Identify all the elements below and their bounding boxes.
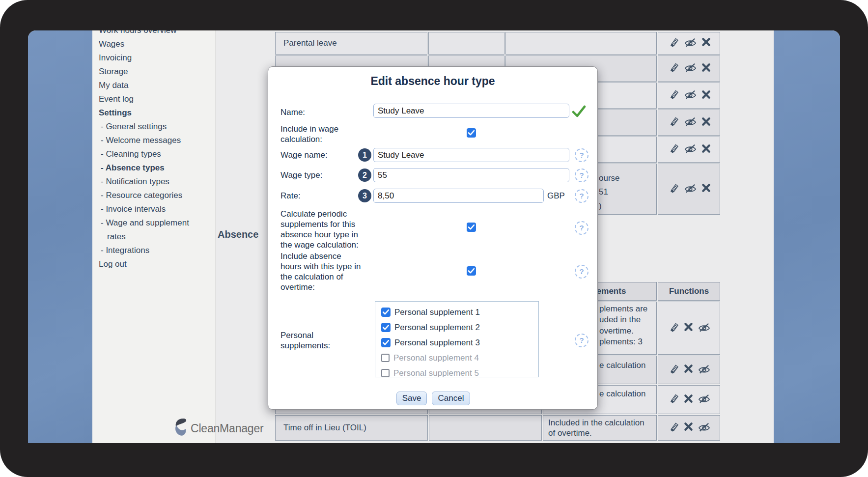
absence-section-label: Absence (218, 229, 267, 240)
rate-label: Rate: (280, 191, 301, 201)
hide-icon[interactable] (684, 182, 697, 194)
delete-icon[interactable] (701, 117, 711, 126)
table-row: Time off in Lieu (TOIL)Included in the c… (275, 415, 720, 441)
sidebar: Work hours overviewWagesInvoicingStorage… (92, 30, 216, 443)
background-strip-left (28, 30, 94, 443)
wage-type-input[interactable] (373, 168, 569, 182)
functions-cell (658, 164, 720, 215)
checked-checkbox[interactable] (381, 308, 391, 317)
wage-name-input[interactable] (373, 148, 569, 162)
wage-type-label: Wage type: (280, 170, 322, 180)
edit-icon[interactable] (668, 88, 679, 100)
table-cell: Parental leave (275, 32, 427, 55)
table-cell: Included in the calculation of overtime. (543, 415, 657, 441)
delete-icon[interactable] (701, 183, 711, 193)
periodic-supplements-label: Calculate periodicsupplements for thisab… (280, 209, 359, 250)
overtime-help-icon[interactable]: ? (575, 265, 588, 279)
sidebar-item-invoice-intervals[interactable]: - Invoice intervals (92, 202, 216, 216)
delete-icon[interactable] (701, 90, 711, 99)
edit-icon[interactable] (668, 421, 679, 433)
sidebar-item-wages[interactable]: Wages (92, 37, 216, 51)
edit-icon[interactable] (668, 115, 679, 127)
sidebar-item-my-data[interactable]: My data (92, 79, 216, 92)
wage-name-help-icon[interactable]: ? (575, 148, 588, 162)
supplement-option-label: Personal supplement 5 (393, 368, 479, 378)
functions-cell (658, 302, 720, 355)
name-input[interactable] (373, 104, 569, 118)
personal-supplements-help-icon[interactable]: ? (575, 334, 588, 347)
step-2-badge: 2 (358, 168, 371, 182)
hide-icon[interactable] (698, 363, 711, 375)
sidebar-item-storage[interactable]: Storage (92, 65, 216, 79)
sidebar-item-general-settings[interactable]: - General settings (92, 120, 216, 134)
functions-cell (658, 56, 720, 82)
table-cell (429, 415, 542, 441)
save-button[interactable]: Save (396, 392, 427, 405)
sidebar-item-work-hours-overview[interactable]: Work hours overview (92, 30, 216, 37)
edit-icon[interactable] (668, 36, 679, 48)
background-strip-right (774, 30, 840, 443)
supplement-option-label: Personal supplement 3 (394, 338, 480, 348)
hide-icon[interactable] (684, 115, 697, 127)
edit-icon[interactable] (668, 142, 679, 154)
sidebar-item-welcome-messages[interactable]: - Welcome messages (92, 134, 216, 147)
table-cell (505, 32, 657, 55)
table-text-fragment: ourse51) (599, 171, 620, 213)
sidebar-item-integrations[interactable]: - Integrations (92, 244, 216, 257)
supplement-option: Personal supplement 1 (381, 305, 538, 320)
checked-checkbox[interactable] (381, 338, 391, 347)
hide-icon[interactable] (698, 393, 711, 404)
row-function-icons (668, 61, 711, 73)
edit-icon[interactable] (668, 363, 679, 375)
periodic-supplements-checkbox[interactable] (467, 223, 476, 232)
edit-icon[interactable] (668, 321, 679, 333)
overtime-checkbox[interactable] (467, 266, 476, 276)
sidebar-item-cleaning-types[interactable]: - Cleaning types (92, 147, 216, 161)
functions-cell (658, 110, 720, 136)
sidebar-item-settings[interactable]: Settings (92, 106, 216, 120)
supplement-option: Personal supplement 4 (381, 350, 538, 365)
delete-icon[interactable] (684, 322, 693, 332)
rate-input[interactable] (373, 189, 544, 203)
functions-cell (658, 415, 720, 441)
supplement-option-label: Personal supplement 1 (394, 308, 480, 317)
hide-icon[interactable] (684, 61, 697, 73)
supplement-option-label: Personal supplement 2 (394, 323, 480, 333)
periodic-supplements-help-icon[interactable]: ? (575, 221, 588, 235)
supplement-option: Personal supplement 5 (381, 365, 538, 381)
sidebar-items: Work hours overviewWagesInvoicingStorage… (92, 30, 216, 271)
hide-icon[interactable] (684, 36, 697, 48)
sidebar-item-log-out[interactable]: Log out (92, 257, 216, 271)
row-function-icons (668, 142, 711, 154)
rate-help-icon[interactable]: ? (575, 189, 588, 203)
delete-icon[interactable] (684, 422, 693, 431)
sidebar-item-event-log[interactable]: Event log (92, 92, 216, 106)
edit-icon[interactable] (668, 393, 679, 404)
delete-icon[interactable] (701, 144, 711, 153)
edit-icon[interactable] (668, 61, 679, 73)
supplement-option: Personal supplement 3 (381, 335, 538, 350)
sidebar-item-resource-categories[interactable]: - Resource categories (92, 189, 216, 202)
delete-icon[interactable] (684, 364, 693, 373)
sidebar-item-invoicing[interactable]: Invoicing (92, 51, 216, 65)
sidebar-item-wage-and-supplement-rates[interactable]: - Wage and supplement rates (92, 216, 203, 244)
delete-icon[interactable] (684, 394, 693, 403)
table-cell (428, 32, 504, 55)
checked-checkbox[interactable] (381, 323, 391, 332)
hide-icon[interactable] (684, 142, 697, 154)
include-wage-checkbox[interactable] (467, 128, 476, 138)
hide-icon[interactable] (698, 321, 711, 333)
sidebar-item-absence-types[interactable]: - Absence types (92, 161, 216, 175)
delete-icon[interactable] (701, 63, 711, 72)
wage-type-help-icon[interactable]: ? (575, 168, 588, 182)
hide-icon[interactable] (684, 88, 697, 100)
functions-cell (658, 356, 720, 384)
cleanmanager-logo-icon (174, 418, 189, 439)
edit-icon[interactable] (668, 182, 679, 194)
dialog-title: Edit absence hour type (268, 75, 597, 88)
hide-icon[interactable] (698, 421, 711, 433)
sidebar-item-notification-types[interactable]: - Notification types (92, 175, 216, 189)
cancel-button[interactable]: Cancel (432, 392, 470, 405)
delete-icon[interactable] (701, 37, 711, 47)
row-function-icons (668, 115, 711, 127)
